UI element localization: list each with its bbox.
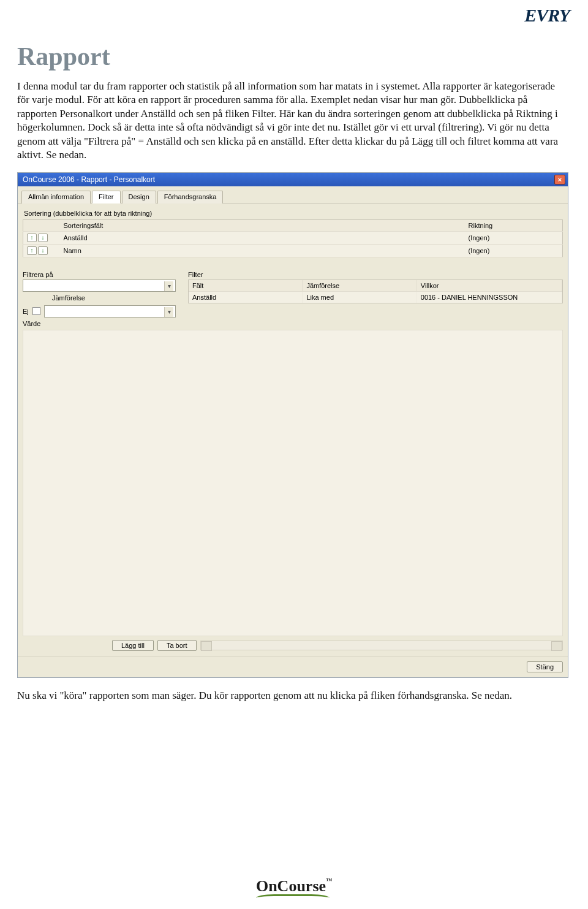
filter-cell-field: Anställd <box>189 292 303 303</box>
remove-button[interactable]: Ta bort <box>157 640 197 651</box>
table-row[interactable]: ↑↓ Namn (Ingen) <box>23 244 563 257</box>
close-button[interactable]: Stäng <box>527 661 563 672</box>
filter-row[interactable]: Anställd Lika med 0016 - DANIEL HENNINGS… <box>189 292 562 303</box>
filter-on-combo[interactable] <box>23 280 176 292</box>
sort-direction: (Ingen) <box>465 231 563 244</box>
tab-preview[interactable]: Förhandsgranska <box>157 191 224 203</box>
brand-logo-bottom: OnCourse™ <box>256 877 332 898</box>
window-title: OnCourse 2006 - Rapport - Personalkort <box>23 175 155 184</box>
titlebar: OnCourse 2006 - Rapport - Personalkort × <box>18 173 568 186</box>
sort-caption: Sortering (dubbelklicka för att byta rik… <box>24 210 563 217</box>
outro-paragraph: Nu ska vi "köra" rapporten som man säger… <box>17 689 568 702</box>
label-value: Värde <box>23 320 176 327</box>
sort-direction: (Ingen) <box>465 244 563 257</box>
sort-header-field: Sorteringsfält <box>60 219 465 231</box>
tab-design[interactable]: Design <box>122 191 156 203</box>
tab-filter[interactable]: Filter <box>92 191 120 203</box>
filter-right-panel: Filter Fält Jämförelse Villkor Anställd … <box>188 268 563 329</box>
label-filter-on: Filtrera på <box>23 271 176 278</box>
filter-header-condition: Villkor <box>417 280 562 292</box>
sort-field: Namn <box>60 244 465 257</box>
filter-grid: Fält Jämförelse Villkor Anställd Lika me… <box>188 280 563 303</box>
filter-left-panel: Filtrera på Jämförelse Ej Värde <box>23 268 176 329</box>
add-button[interactable]: Lägg till <box>112 640 154 651</box>
window-body: Sortering (dubbelklicka för att byta rik… <box>18 203 568 656</box>
close-icon[interactable]: × <box>554 175 565 184</box>
filter-header-comparison: Jämförelse <box>303 280 417 292</box>
move-down-icon[interactable]: ↓ <box>38 234 48 242</box>
move-up-icon[interactable]: ↑ <box>27 246 37 255</box>
filter-details-area <box>23 330 563 636</box>
ej-checkbox[interactable] <box>32 307 40 315</box>
horizontal-scrollbar[interactable] <box>200 641 563 650</box>
label-filter: Filter <box>188 271 563 278</box>
app-window: OnCourse 2006 - Rapport - Personalkort ×… <box>17 172 568 678</box>
tab-general[interactable]: Allmän information <box>21 191 91 203</box>
table-row[interactable]: ↑↓ Anställd (Ingen) <box>23 231 563 244</box>
brand-logo-top: EVRY <box>524 5 570 26</box>
page-title: Rapport <box>17 42 571 71</box>
tab-strip: Allmän information Filter Design Förhand… <box>18 186 568 203</box>
intro-paragraph: I denna modul tar du fram rapporter och … <box>17 80 568 162</box>
sort-header-direction: Riktning <box>465 219 563 231</box>
filter-header-field: Fält <box>189 280 303 292</box>
comparison-combo[interactable] <box>44 305 176 318</box>
sort-field: Anställd <box>60 231 465 244</box>
move-up-icon[interactable]: ↑ <box>27 234 37 242</box>
window-footer: Stäng <box>18 656 568 677</box>
label-comparison: Jämförelse <box>52 294 176 302</box>
label-ej: Ej <box>23 308 29 315</box>
filter-cell-condition: 0016 - DANIEL HENNINGSSON <box>417 292 562 303</box>
sort-table: Sorteringsfält Riktning ↑↓ Anställd (Ing… <box>23 219 563 257</box>
filter-cell-comparison: Lika med <box>303 292 417 303</box>
filter-toolbar: Lägg till Ta bort <box>23 640 563 651</box>
move-down-icon[interactable]: ↓ <box>38 246 48 255</box>
